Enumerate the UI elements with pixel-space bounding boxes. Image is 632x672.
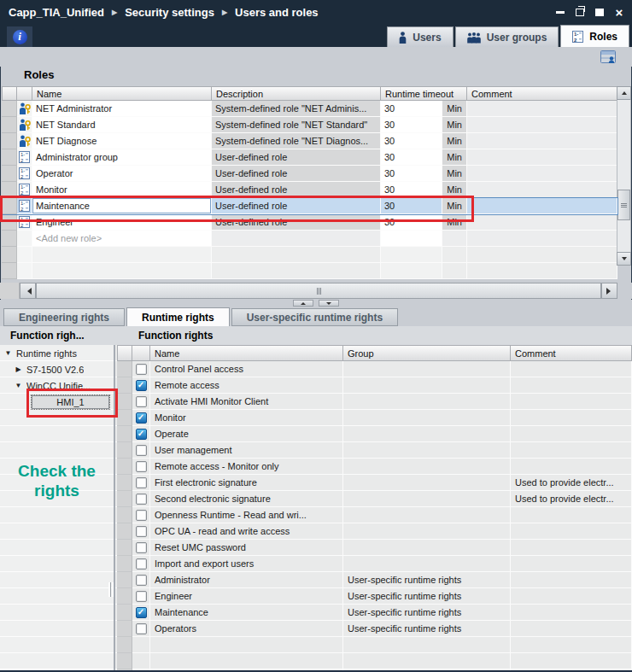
function-right-row[interactable]: Control Panel access: [117, 361, 632, 377]
row-header-cell[interactable]: [2, 166, 17, 182]
runtime-timeout-cell[interactable]: 30: [381, 182, 442, 198]
runtime-timeout-cell[interactable]: 30: [381, 198, 442, 214]
right-checkbox[interactable]: [136, 575, 147, 586]
right-checkbox[interactable]: ✓: [136, 429, 147, 440]
role-comment-cell[interactable]: [467, 166, 617, 182]
column-header-group[interactable]: Group: [343, 345, 511, 361]
maximize-icon[interactable]: [594, 8, 605, 18]
runtime-timeout-cell[interactable]: 30: [381, 101, 442, 117]
row-header-cell[interactable]: [2, 101, 17, 117]
right-checkbox[interactable]: [136, 526, 147, 537]
function-right-row[interactable]: First electronic signature Used to provi…: [117, 475, 632, 491]
role-table-row[interactable]: 1-2: [2, 263, 617, 279]
view-tab[interactable]: 1-2 Roles: [560, 25, 629, 47]
timeout-unit-cell[interactable]: Min: [442, 117, 467, 133]
row-header-cell[interactable]: [117, 442, 132, 459]
function-right-row[interactable]: [117, 653, 632, 669]
row-header-cell[interactable]: [117, 556, 132, 572]
right-checkbox[interactable]: [136, 510, 147, 521]
role-table-row[interactable]: 1-2 NET Standard System-defined role "NE…: [2, 117, 617, 133]
scrollbar-track[interactable]: [617, 100, 631, 252]
role-comment-cell[interactable]: [467, 117, 617, 133]
role-table-row[interactable]: 1-2 NET Administrator System-defined rol…: [2, 101, 617, 117]
right-checkbox[interactable]: [136, 364, 147, 375]
close-icon[interactable]: ×: [614, 8, 624, 18]
right-checkbox[interactable]: [136, 396, 147, 407]
row-header-cell[interactable]: [2, 133, 17, 149]
row-header-cell[interactable]: [2, 117, 17, 133]
role-name-cell[interactable]: Monitor: [32, 182, 212, 198]
minimize-icon[interactable]: [555, 8, 565, 18]
right-checkbox[interactable]: ✓: [136, 607, 147, 618]
function-right-row[interactable]: ✓ Operate: [117, 426, 632, 442]
timeout-unit-cell[interactable]: Min: [442, 166, 467, 182]
panel-splitter-handle[interactable]: [108, 582, 114, 597]
row-header-cell[interactable]: [117, 475, 132, 491]
checkbox-cell[interactable]: ✓: [132, 377, 150, 394]
function-right-row[interactable]: Engineer User-specific runtime rights: [117, 588, 632, 605]
column-header-name[interactable]: Name: [150, 345, 343, 361]
checkbox-cell[interactable]: [132, 491, 150, 507]
role-comment-cell[interactable]: [467, 101, 617, 117]
checkbox-cell[interactable]: [132, 459, 150, 475]
function-right-row[interactable]: Activate HMI Monitor Client: [117, 394, 632, 410]
role-table-row[interactable]: 1-2 NET Diagnose System-defined role "NE…: [2, 133, 617, 149]
role-table-row[interactable]: 1-2: [2, 247, 617, 263]
checkbox-cell[interactable]: [132, 621, 150, 637]
tree-arrow-icon[interactable]: ▼: [15, 382, 22, 389]
rights-tab[interactable]: Runtime rights: [126, 307, 230, 326]
tree-item[interactable]: ▶ S7-1500 V2.6: [0, 361, 114, 377]
role-comment-cell[interactable]: [467, 182, 617, 198]
function-right-row[interactable]: ✓ Remote access: [117, 377, 632, 394]
row-header-cell[interactable]: [2, 214, 17, 231]
row-header-cell[interactable]: [117, 588, 132, 605]
function-right-row[interactable]: Remote access - Monitor only: [117, 459, 632, 475]
role-name-cell[interactable]: Maintenance: [32, 198, 212, 214]
runtime-timeout-cell[interactable]: [381, 247, 442, 263]
scrollbar-thumb[interactable]: [617, 190, 630, 220]
checkbox-cell[interactable]: [132, 361, 150, 377]
timeout-unit-cell[interactable]: Min: [442, 101, 467, 117]
role-name-cell[interactable]: NET Administrator: [32, 101, 212, 117]
scroll-up-button[interactable]: [617, 86, 631, 100]
timeout-unit-cell[interactable]: [442, 247, 467, 263]
row-header-cell[interactable]: [2, 182, 17, 198]
role-name-cell[interactable]: [32, 263, 212, 279]
row-header-cell[interactable]: [2, 149, 17, 166]
restore-icon[interactable]: [575, 8, 585, 18]
right-checkbox[interactable]: [136, 494, 147, 505]
runtime-timeout-cell[interactable]: 30: [381, 117, 442, 133]
right-checkbox[interactable]: ✓: [136, 412, 147, 424]
row-header-cell[interactable]: [117, 605, 132, 621]
checkbox-cell[interactable]: ✓: [132, 426, 150, 442]
scroll-down-button[interactable]: [617, 252, 631, 266]
row-header-cell[interactable]: [117, 637, 132, 653]
role-comment-cell[interactable]: [467, 263, 617, 279]
role-comment-cell[interactable]: [467, 149, 617, 166]
tree-item[interactable]: ▼ Runtime rights: [0, 345, 114, 361]
timeout-unit-cell[interactable]: Min: [442, 149, 467, 166]
right-checkbox[interactable]: [136, 461, 147, 472]
runtime-timeout-cell[interactable]: [381, 231, 442, 247]
function-right-row[interactable]: Operators User-specific runtime rights: [117, 621, 632, 637]
scroll-left-button[interactable]: [20, 283, 36, 299]
role-name-cell[interactable]: Engineer: [32, 214, 212, 231]
checkbox-cell[interactable]: ✓: [132, 410, 150, 426]
function-right-row[interactable]: Import and export users: [117, 556, 632, 572]
role-table-row[interactable]: 1-2 <Add new role>: [2, 231, 617, 247]
tree-arrow-icon[interactable]: ▼: [4, 349, 12, 357]
role-table-row[interactable]: 1-2 Administrator group User-defined rol…: [2, 149, 617, 166]
splitter-collapse-down-button[interactable]: [319, 300, 339, 307]
role-name-cell[interactable]: Operator: [32, 166, 212, 182]
scrollbar-track[interactable]: [36, 283, 601, 299]
role-comment-cell[interactable]: [467, 247, 617, 263]
function-right-row[interactable]: Reset UMC password: [117, 540, 632, 556]
role-comment-cell[interactable]: [467, 231, 617, 247]
runtime-timeout-cell[interactable]: 30: [381, 214, 442, 231]
row-header-cell[interactable]: [2, 198, 17, 214]
scrollbar-thumb[interactable]: [36, 283, 601, 299]
scroll-right-button[interactable]: [601, 283, 617, 299]
checkbox-cell[interactable]: [132, 588, 150, 605]
role-name-cell[interactable]: NET Standard: [32, 117, 212, 133]
right-checkbox[interactable]: [136, 542, 147, 553]
